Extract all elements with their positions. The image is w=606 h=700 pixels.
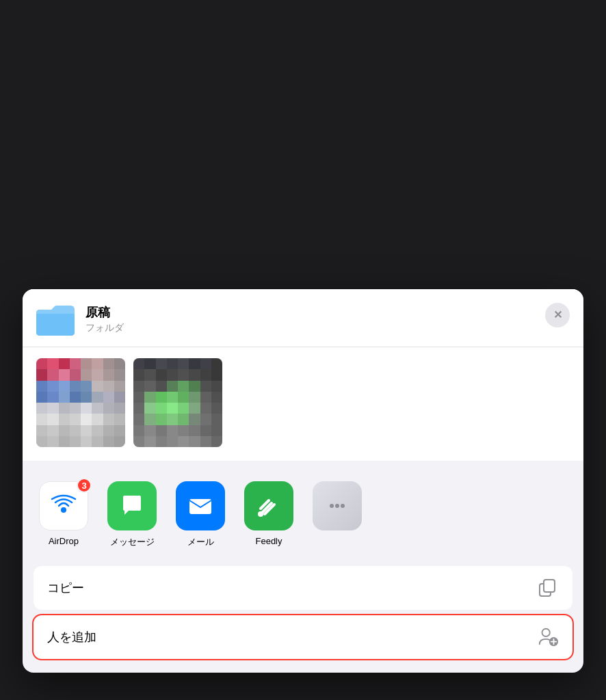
thumb-pixels-1 [36, 358, 125, 447]
preview-area [23, 347, 583, 465]
share-item-messages[interactable]: メッセージ [105, 481, 159, 548]
action-rows: コピー 人を追加 [23, 566, 583, 673]
svg-point-5 [258, 511, 263, 517]
share-sheet: 原稿 フォルダ ✕ [23, 289, 583, 673]
share-item-airdrop[interactable]: 3 AirDrop [36, 481, 91, 548]
sheet-header: 原稿 フォルダ ✕ [23, 289, 583, 347]
add-person-action-row[interactable]: 人を追加 [34, 615, 572, 659]
sheet-container: 原稿 フォルダ ✕ [0, 0, 606, 700]
share-item-more[interactable] [310, 481, 365, 548]
thumb-pixels-2 [133, 358, 222, 447]
share-item-feedly[interactable]: Feedly [241, 481, 296, 548]
svg-point-3 [61, 507, 66, 513]
preview-thumb-1 [36, 358, 125, 447]
messages-label: メッセージ [110, 536, 155, 548]
feedly-icon-container [244, 481, 293, 530]
close-icon: ✕ [553, 310, 562, 321]
messages-icon-container [107, 481, 157, 530]
header-text: 原稿 フォルダ [85, 304, 570, 334]
close-button[interactable]: ✕ [545, 303, 570, 327]
folder-icon [36, 303, 75, 336]
feedly-f-icon [255, 492, 282, 520]
header-subtitle: フォルダ [85, 322, 570, 334]
copy-icon [537, 577, 559, 599]
copy-action-row[interactable]: コピー [34, 566, 572, 610]
mail-label: メール [187, 536, 214, 548]
add-person-label: 人を追加 [47, 629, 96, 645]
feedly-label: Feedly [255, 536, 282, 546]
add-person-icon [537, 626, 559, 648]
svg-point-6 [330, 504, 334, 508]
svg-point-7 [335, 504, 339, 508]
airdrop-wifi-icon [49, 491, 79, 521]
mail-envelope-icon [185, 491, 215, 521]
more-dots-icon [325, 494, 350, 518]
more-icon-container [313, 481, 362, 530]
preview-thumb-2 [133, 358, 222, 447]
svg-rect-2 [36, 312, 75, 336]
svg-point-11 [542, 629, 550, 636]
messages-bubble-icon [118, 492, 146, 520]
header-title: 原稿 [85, 304, 570, 321]
airdrop-icon-container: 3 [39, 481, 88, 530]
svg-point-8 [341, 504, 345, 508]
airdrop-label: AirDrop [49, 536, 79, 546]
svg-rect-10 [544, 580, 555, 592]
mail-icon-container [176, 481, 225, 530]
share-item-mail[interactable]: メール [173, 481, 228, 548]
share-row: 3 AirDrop メッセージ [23, 465, 583, 566]
copy-label: コピー [47, 580, 84, 596]
airdrop-badge: 3 [77, 478, 92, 493]
